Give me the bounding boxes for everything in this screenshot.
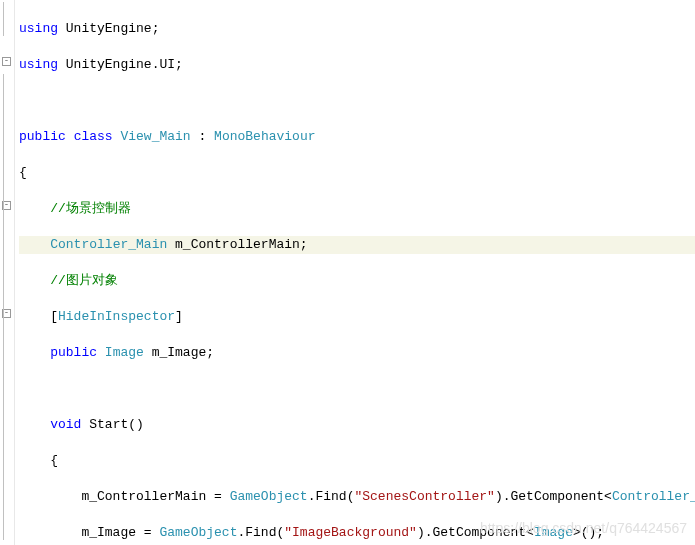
code-text: m_Image = bbox=[19, 525, 159, 540]
comment: //图片对象 bbox=[19, 273, 118, 288]
string: "ScenesController" bbox=[354, 489, 494, 504]
class-name: Image bbox=[534, 525, 573, 540]
comment: //场景控制器 bbox=[19, 201, 131, 216]
code-text: m_ControllerMain; bbox=[167, 237, 307, 252]
code-text: UnityEngine; bbox=[58, 21, 159, 36]
string: "ImageBackground" bbox=[284, 525, 417, 540]
brace: { bbox=[19, 453, 58, 468]
code-line[interactable]: //图片对象 bbox=[19, 272, 695, 290]
code-text: ).GetComponent< bbox=[495, 489, 612, 504]
class-name: View_Main bbox=[120, 129, 190, 144]
code-line[interactable]: m_ControllerMain = GameObject.Find("Scen… bbox=[19, 488, 695, 506]
code-editor[interactable]: - - - using UnityEngine; using UnityEngi… bbox=[0, 0, 695, 545]
code-text: Start() bbox=[81, 417, 143, 432]
code-line[interactable]: using UnityEngine; bbox=[19, 20, 695, 38]
code-line[interactable]: using UnityEngine.UI; bbox=[19, 56, 695, 74]
attribute: HideInInspector bbox=[58, 309, 175, 324]
fold-gutter: - - - bbox=[0, 0, 15, 545]
indent bbox=[19, 237, 50, 252]
fold-toggle[interactable]: - bbox=[2, 57, 11, 66]
indent bbox=[19, 417, 50, 432]
code-text: m_ControllerMain = bbox=[19, 489, 230, 504]
code-line[interactable]: public class View_Main : MonoBehaviour bbox=[19, 128, 695, 146]
code-line[interactable]: void Start() bbox=[19, 416, 695, 434]
code-area[interactable]: using UnityEngine; using UnityEngine.UI;… bbox=[15, 0, 695, 545]
code-text: : bbox=[191, 129, 214, 144]
code-line-highlighted[interactable]: Controller_Main m_ControllerMain; bbox=[19, 236, 695, 254]
code-line[interactable]: //场景控制器 bbox=[19, 200, 695, 218]
class-name: Image bbox=[105, 345, 144, 360]
code-text: m_Image; bbox=[144, 345, 214, 360]
keyword: public bbox=[19, 129, 66, 144]
code-text: UnityEngine.UI; bbox=[58, 57, 183, 72]
class-name: GameObject bbox=[230, 489, 308, 504]
class-name: Controller_Main bbox=[50, 237, 167, 252]
code-line[interactable] bbox=[19, 92, 695, 110]
code-line[interactable]: { bbox=[19, 164, 695, 182]
keyword: void bbox=[50, 417, 81, 432]
code-line[interactable]: [HideInInspector] bbox=[19, 308, 695, 326]
class-name: MonoBehaviour bbox=[214, 129, 315, 144]
keyword: class bbox=[74, 129, 113, 144]
class-name: GameObject bbox=[159, 525, 237, 540]
indent: [ bbox=[19, 309, 58, 324]
keyword: using bbox=[19, 57, 58, 72]
code-text: .Find( bbox=[237, 525, 284, 540]
keyword: public bbox=[50, 345, 97, 360]
code-text: ] bbox=[175, 309, 183, 324]
code-line[interactable]: public Image m_Image; bbox=[19, 344, 695, 362]
indent bbox=[19, 345, 50, 360]
class-name: Controller_Main bbox=[612, 489, 695, 504]
code-line[interactable]: { bbox=[19, 452, 695, 470]
code-line[interactable] bbox=[19, 380, 695, 398]
code-text: ).GetComponent< bbox=[417, 525, 534, 540]
brace: { bbox=[19, 165, 27, 180]
code-line[interactable]: m_Image = GameObject.Find("ImageBackgrou… bbox=[19, 524, 695, 542]
keyword: using bbox=[19, 21, 58, 36]
code-text: >(); bbox=[573, 525, 604, 540]
code-text: .Find( bbox=[308, 489, 355, 504]
